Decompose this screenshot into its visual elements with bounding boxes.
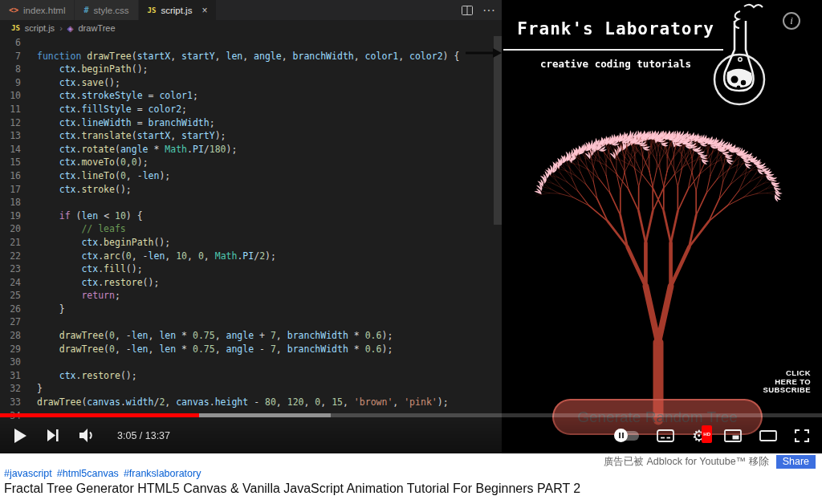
code-line[interactable]: 13 ctx.translate(startX, startY); <box>0 129 502 143</box>
play-button[interactable] <box>14 429 26 443</box>
tab-actions: ··· <box>462 0 495 20</box>
player-controls: 3:05 / 13:37 ⚙HD <box>0 417 822 453</box>
breadcrumb-file[interactable]: script.js <box>25 23 55 33</box>
line-content: drawTree(canvas.width/2, canvas.height -… <box>37 396 449 409</box>
channel-subtitle: creative coding tutorials <box>507 58 725 70</box>
tab-script-js[interactable]: JS script.js × <box>139 0 218 20</box>
line-number: 22 <box>0 250 37 263</box>
js-file-icon: JS <box>11 24 20 32</box>
line-number: 17 <box>0 183 37 197</box>
line-number: 15 <box>0 156 37 169</box>
line-number: 7 <box>0 50 37 63</box>
code-line[interactable]: 29 drawTree(0, -len, len * 0.75, angle -… <box>0 343 502 356</box>
editor-scrollbar[interactable] <box>494 36 502 225</box>
code-line[interactable]: 12 ctx.lineWidth = branchWidth; <box>0 116 502 130</box>
code-line[interactable]: 31 ctx.restore(); <box>0 369 502 383</box>
close-tab-icon[interactable]: × <box>201 5 207 16</box>
fullscreen-button[interactable] <box>795 429 809 442</box>
video-player[interactable]: <> index.html # style.css JS script.js × <box>0 0 822 453</box>
line-number: 12 <box>0 116 37 130</box>
code-line[interactable]: 18 <box>0 196 502 209</box>
code-line[interactable]: 26 } <box>0 303 502 316</box>
line-content: drawTree(0, -len, len * 0.75, angle + 7,… <box>37 329 393 343</box>
code-line[interactable]: 17 ctx.stroke(); <box>0 183 502 197</box>
vscode-window: <> index.html # style.css JS script.js × <box>0 0 502 453</box>
miniplayer-button[interactable] <box>724 429 742 442</box>
info-glyph: i <box>790 14 793 27</box>
hashtag-html5canvas[interactable]: #html5canvas <box>57 468 119 479</box>
code-line[interactable]: 23 ctx.fill(); <box>0 262 502 276</box>
line-number: 33 <box>0 396 37 409</box>
line-content: ctx.save(); <box>37 76 120 90</box>
line-number: 31 <box>0 369 37 383</box>
code-lines: 67function drawTree(startX, startY, len,… <box>0 36 502 422</box>
line-number: 8 <box>0 63 37 76</box>
tab-style-css[interactable]: # style.css <box>75 0 138 20</box>
code-line[interactable]: 9 ctx.save(); <box>0 76 502 90</box>
canvas-output-panel: Frank's Laboratory creative coding tutor… <box>502 0 822 453</box>
editor-tab-bar: <> index.html # style.css JS script.js × <box>0 0 502 20</box>
line-number: 19 <box>0 209 37 223</box>
line-content: ctx.lineTo(0, -len); <box>37 169 170 183</box>
breadcrumb-symbol[interactable]: drawTree <box>79 23 116 33</box>
code-line[interactable]: 8 ctx.beginPath(); <box>0 63 502 76</box>
code-line[interactable]: 11 ctx.fillStyle = color2; <box>0 103 502 116</box>
code-line[interactable]: 25 return; <box>0 289 502 303</box>
subscribe-callout: CLICK HERE TO SUBSCRIBE <box>763 369 811 395</box>
breadcrumb-separator: › <box>59 23 63 33</box>
code-line[interactable]: 28 drawTree(0, -len, len * 0.75, angle +… <box>0 329 502 343</box>
html-file-icon: <> <box>9 6 18 14</box>
subtitles-button[interactable] <box>657 429 674 442</box>
code-line[interactable]: 33drawTree(canvas.width/2, canvas.height… <box>0 396 502 409</box>
code-line[interactable]: 7function drawTree(startX, startY, len, … <box>0 50 502 63</box>
tab-index-html[interactable]: <> index.html <box>0 0 75 20</box>
code-line[interactable]: 30 <box>0 356 502 369</box>
line-number: 6 <box>0 36 37 50</box>
line-number: 25 <box>0 289 37 303</box>
line-content: drawTree(0, -len, len * 0.75, angle - 7,… <box>37 343 393 356</box>
code-line[interactable]: 32} <box>0 382 502 396</box>
channel-title: Frank's Laboratory <box>507 19 725 39</box>
hashtag-frankslaboratory[interactable]: #frankslaboratory <box>124 468 201 479</box>
line-content: // leafs <box>37 222 126 236</box>
css-file-icon: # <box>83 6 88 14</box>
settings-button[interactable]: ⚙HD <box>692 428 706 444</box>
line-number: 14 <box>0 143 37 156</box>
tab-label: index.html <box>23 6 65 15</box>
code-line[interactable]: 27 <box>0 315 502 329</box>
volume-button[interactable] <box>79 429 96 442</box>
code-editor[interactable]: 67function drawTree(startX, startY, len,… <box>0 36 502 453</box>
line-content: ctx.translate(startX, startY); <box>37 129 226 143</box>
code-line[interactable]: 16 ctx.lineTo(0, -len); <box>0 169 502 183</box>
breadcrumb: JS script.js › ◈ drawTree <box>0 20 502 36</box>
hashtag-links: #javascript #html5canvas #frankslaborato… <box>4 468 201 479</box>
line-content: if (len < 10) { <box>37 209 143 223</box>
pause-icon <box>614 429 628 442</box>
theater-mode-button[interactable] <box>759 430 777 441</box>
js-file-icon: JS <box>148 6 157 14</box>
share-button[interactable]: Share <box>776 455 816 469</box>
line-content: ctx.lineWidth = branchWidth; <box>37 116 215 130</box>
line-number: 26 <box>0 303 37 316</box>
code-line[interactable]: 24 ctx.restore(); <box>0 276 502 290</box>
more-actions-icon[interactable]: ··· <box>482 3 495 18</box>
autoplay-toggle[interactable] <box>615 431 639 441</box>
code-line[interactable]: 22 ctx.arc(0, -len, 10, 0, Math.PI/2); <box>0 250 502 263</box>
split-editor-icon[interactable] <box>462 6 473 15</box>
method-symbol-icon: ◈ <box>67 24 74 33</box>
code-line[interactable]: 15 ctx.moveTo(0,0); <box>0 156 502 169</box>
next-button[interactable] <box>47 429 59 441</box>
line-content: ctx.fill(); <box>37 262 143 276</box>
code-line[interactable]: 10 ctx.strokeStyle = color1; <box>0 89 502 103</box>
line-content: ctx.beginPath(); <box>37 236 170 250</box>
hashtag-javascript[interactable]: #javascript <box>4 468 52 479</box>
subscribe-line: SUBSCRIBE <box>763 386 811 395</box>
code-line[interactable]: 6 <box>0 36 502 50</box>
code-line[interactable]: 19 if (len < 10) { <box>0 209 502 223</box>
code-line[interactable]: 20 // leafs <box>0 222 502 236</box>
controls-left: 3:05 / 13:37 <box>0 429 170 443</box>
code-line[interactable]: 14 ctx.rotate(angle * Math.PI/180); <box>0 143 502 156</box>
code-line[interactable]: 21 ctx.beginPath(); <box>0 236 502 250</box>
info-icon[interactable]: i <box>783 12 800 30</box>
line-number: 29 <box>0 343 37 356</box>
